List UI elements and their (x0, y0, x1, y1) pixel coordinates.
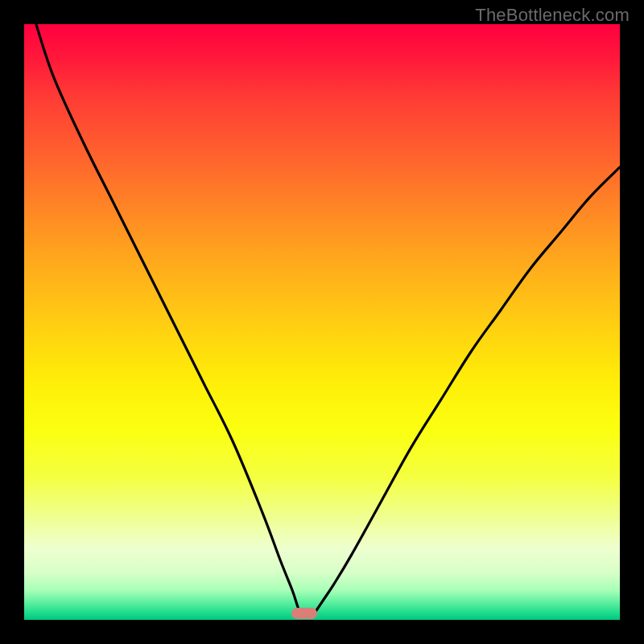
chart-frame: TheBottleneck.com (0, 0, 644, 644)
optimal-marker (291, 608, 317, 619)
bottleneck-curve (24, 24, 620, 620)
watermark-text: TheBottleneck.com (475, 5, 630, 26)
plot-area (24, 24, 620, 620)
